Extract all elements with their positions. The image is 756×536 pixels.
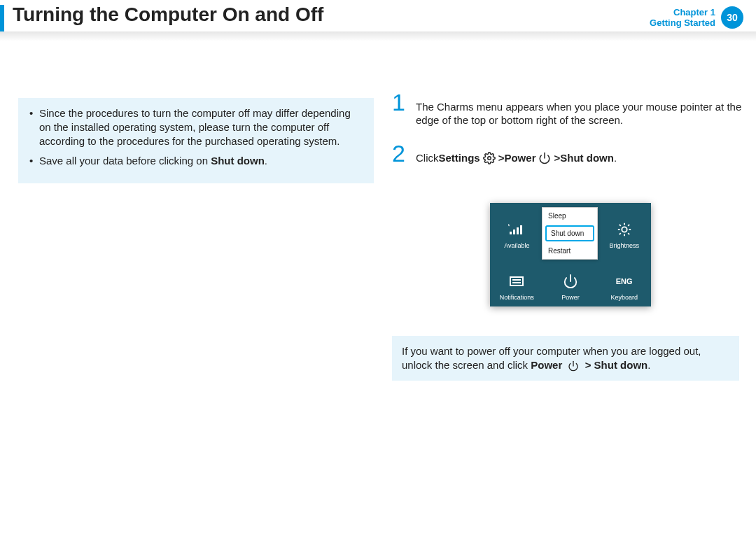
chapter-block: Chapter 1 Getting Started	[650, 7, 715, 28]
bottom-gt: >	[585, 359, 594, 371]
keyboard-eng-icon: ENG	[616, 271, 633, 291]
eng-label: ENG	[616, 277, 633, 285]
charm-available-label: Available	[504, 242, 529, 249]
step-2-period: .	[614, 151, 617, 164]
power-icon	[538, 152, 551, 164]
step-1-number: 1	[392, 96, 405, 109]
charm-keyboard[interactable]: ENG Keyboard	[597, 255, 651, 306]
page-title: Turning the Computer On and Off	[13, 3, 323, 26]
chapter-line2: Getting Started	[650, 17, 715, 28]
step-1: 1 The Charms menu appears when you place…	[392, 100, 742, 127]
step-2-gt2: >	[554, 151, 560, 164]
svg-point-0	[487, 156, 491, 160]
svg-rect-3	[513, 230, 515, 234]
svg-rect-5	[520, 225, 522, 234]
step-2-number: 2	[392, 147, 405, 160]
info-box-bottom: If you want to power off your computer w…	[392, 336, 739, 381]
popup-sleep[interactable]: Sleep	[542, 208, 597, 224]
notifications-icon	[509, 271, 524, 291]
power-icon	[563, 271, 578, 291]
step-2-settings: Settings	[439, 151, 480, 164]
svg-line-10	[620, 225, 621, 226]
charm-notifications[interactable]: Notifications	[490, 255, 544, 306]
info-bullet-1: Since the procedures to turn the compute…	[39, 106, 364, 148]
bullet2-suffix: .	[265, 155, 267, 167]
step-2-gt1: >	[498, 151, 505, 164]
bottom-suffix: .	[648, 359, 650, 371]
page-number-badge: 30	[721, 6, 743, 29]
charm-power-label: Power	[561, 294, 580, 301]
header-accent-bar	[0, 5, 4, 31]
charm-power[interactable]: Power	[544, 255, 598, 306]
step-2-click: Click	[416, 151, 439, 164]
charm-keyboard-label: Keyboard	[610, 294, 638, 301]
svg-rect-4	[517, 227, 519, 234]
bottom-power: Power	[531, 359, 562, 371]
bullet2-prefix: Save all your data before clicking on	[39, 155, 211, 167]
step-2-power: Power	[504, 151, 536, 164]
info-bullet-2: Save all your data before clicking on Sh…	[39, 154, 364, 168]
step-2-shutdown: Shut down	[560, 151, 614, 164]
wifi-bars-icon: *	[508, 220, 525, 239]
charms-panel-illustration: Sleep Shut down Restart * Available Brig…	[490, 203, 651, 306]
step-2: 2 Click Settings > Power > Shut down .	[392, 151, 742, 164]
svg-point-7	[622, 227, 626, 232]
power-popup: Sleep Shut down Restart	[542, 207, 598, 260]
chapter-line1: Chapter 1	[650, 7, 715, 17]
header-shadow	[0, 31, 756, 41]
charm-brightness-label: Brightness	[609, 242, 639, 249]
info-box-left: Since the procedures to turn the compute…	[18, 98, 374, 183]
charm-notifications-label: Notifications	[500, 294, 534, 301]
bottom-shutdown: Shut down	[594, 359, 648, 371]
step-2-text: Click Settings > Power > Shut down .	[416, 151, 742, 164]
charm-available[interactable]: * Available	[490, 203, 544, 255]
power-icon	[568, 360, 579, 372]
svg-line-15	[628, 225, 629, 226]
svg-line-11	[628, 233, 629, 234]
bullet2-bold: Shut down	[211, 155, 265, 167]
charm-brightness[interactable]: Brightness	[597, 203, 651, 255]
svg-text:*: *	[508, 223, 510, 230]
svg-rect-2	[510, 232, 512, 234]
svg-line-14	[620, 233, 621, 234]
popup-restart[interactable]: Restart	[542, 243, 597, 259]
brightness-icon	[617, 220, 632, 239]
step-1-text: The Charms menu appears when you place y…	[416, 100, 742, 127]
popup-shutdown[interactable]: Shut down	[545, 225, 594, 241]
gear-icon	[483, 152, 496, 164]
svg-rect-16	[510, 277, 523, 285]
